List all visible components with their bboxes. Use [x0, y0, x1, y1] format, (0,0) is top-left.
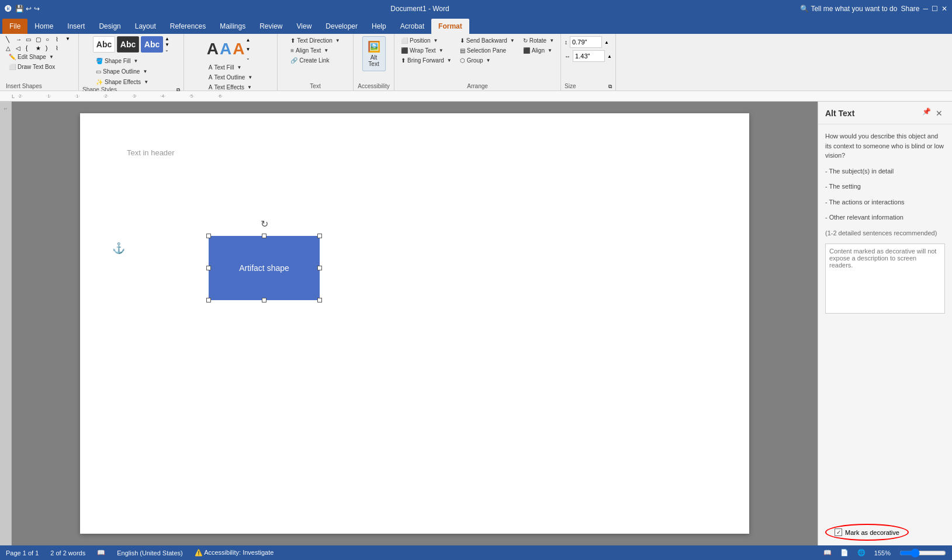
- shape-star-icon[interactable]: ★: [36, 45, 45, 51]
- tab-insert[interactable]: Insert: [60, 19, 92, 34]
- width-spin-up[interactable]: ▲: [607, 54, 612, 59]
- rotate-btn[interactable]: ↻ Rotate ▼: [520, 36, 557, 45]
- shapes-chevron[interactable]: ▼: [65, 36, 75, 43]
- shape-extra-icon[interactable]: ⌇: [56, 45, 65, 51]
- height-spin-up[interactable]: ▲: [604, 40, 609, 45]
- alt-text-bullet-2: - The setting: [825, 182, 945, 192]
- artifact-shape[interactable]: Artifact shape: [209, 236, 320, 300]
- tab-file[interactable]: File: [2, 19, 27, 34]
- height-input[interactable]: [570, 36, 602, 48]
- handle-bot-left[interactable]: [206, 298, 211, 302]
- page-marker: 1: [3, 107, 8, 110]
- accessibility-label: Accessibility: [358, 83, 389, 91]
- view-layout-btn[interactable]: 📄: [840, 549, 849, 556]
- handle-mid-right[interactable]: [317, 266, 322, 270]
- alt-text-body: How would you describe this object and i…: [818, 124, 952, 519]
- zoom-level: 155%: [874, 549, 891, 556]
- handle-mid-left[interactable]: [206, 266, 211, 270]
- handle-top-right[interactable]: [317, 234, 322, 238]
- tab-help[interactable]: Help: [365, 19, 393, 34]
- minimize-btn[interactable]: ─: [923, 5, 928, 13]
- language[interactable]: English (United States): [117, 549, 183, 556]
- accessibility-status[interactable]: ⚠️ Accessibility: Investigate: [195, 549, 274, 556]
- shape-fill-btn[interactable]: 🪣 Shape Fill ▼: [93, 57, 169, 65]
- shape-fill-label: Shape Fill: [105, 58, 130, 64]
- search-bar-title[interactable]: 🔍 Tell me what you want to do: [800, 5, 897, 13]
- align-text-btn[interactable]: ≡ Align Text ▼: [288, 46, 331, 55]
- tab-home[interactable]: Home: [27, 19, 60, 34]
- shape-outline-btn[interactable]: ▭ Shape Outline ▼: [93, 67, 169, 76]
- shape-tri-icon[interactable]: △: [6, 45, 15, 51]
- shape-smile-icon[interactable]: {: [26, 45, 35, 51]
- shape-more-icon[interactable]: ⌇: [56, 36, 65, 43]
- tab-developer[interactable]: Developer: [319, 19, 365, 34]
- size-expand[interactable]: ⧉: [608, 84, 612, 90]
- tab-acrobat[interactable]: Acrobat: [393, 19, 431, 34]
- mark-decorative-label[interactable]: Mark as decorative: [845, 529, 899, 536]
- close-btn[interactable]: ✕: [941, 5, 947, 13]
- shape-curly-icon[interactable]: ): [46, 45, 55, 51]
- handle-top-left[interactable]: [206, 234, 211, 238]
- text-fill-btn[interactable]: A Text Fill ▼: [206, 63, 255, 72]
- shape-arrow-icon[interactable]: →: [16, 36, 25, 43]
- width-icon: ↔: [565, 53, 570, 60]
- send-backward-btn[interactable]: ⬇ Send Backward ▼: [457, 36, 518, 45]
- panel-pin-btn[interactable]: 📌: [922, 107, 931, 119]
- handle-bot-mid[interactable]: [262, 298, 266, 302]
- group-btn[interactable]: ⬡ Group ▼: [457, 56, 518, 65]
- maximize-btn[interactable]: ☐: [932, 5, 938, 13]
- tab-format[interactable]: Format: [431, 19, 469, 34]
- wordart-up[interactable]: ▲: [246, 37, 251, 43]
- panel-close-btn[interactable]: ✕: [933, 107, 945, 119]
- create-link-btn[interactable]: 🔗 Create Link: [288, 56, 332, 65]
- handle-bot-right[interactable]: [317, 298, 322, 302]
- share-button[interactable]: Share: [901, 5, 919, 13]
- wordart-down[interactable]: ▼: [246, 47, 251, 52]
- text-fill-label: Text Fill: [214, 64, 234, 71]
- shape-round-rect-icon[interactable]: ▢: [36, 36, 45, 43]
- tab-view[interactable]: View: [290, 19, 319, 34]
- edit-shape-btn[interactable]: ✏️ Edit Shape ▼: [6, 53, 57, 61]
- draw-text-box-btn[interactable]: ⬜ Draw Text Box: [6, 62, 58, 71]
- shape-rect-icon[interactable]: ▭: [26, 36, 35, 43]
- tab-design[interactable]: Design: [92, 19, 127, 34]
- rotate-handle[interactable]: ↻: [261, 218, 268, 229]
- shape-line-icon[interactable]: ╲: [6, 36, 15, 43]
- shape-styles-more[interactable]: ⌄: [165, 47, 169, 53]
- position-icon: ⬜: [401, 37, 408, 44]
- bring-forward-btn[interactable]: ⬆ Bring Forward ▼: [398, 56, 455, 65]
- shape-styles-up[interactable]: ▲: [165, 36, 169, 41]
- bring-forward-icon: ⬆: [401, 57, 406, 64]
- tab-layout[interactable]: Layout: [128, 19, 163, 34]
- alt-text-bullet-1: - The subject(s) in detail: [825, 166, 945, 176]
- selection-pane-btn[interactable]: ▤ Selection Pane: [457, 46, 518, 55]
- shape-oval-icon[interactable]: ○: [46, 36, 55, 43]
- handle-top-mid[interactable]: [262, 234, 266, 238]
- text-direction-btn[interactable]: ⬆ Text Direction ▼: [288, 36, 343, 45]
- shape-style-2[interactable]: Abc: [117, 36, 139, 53]
- doc-area[interactable]: Text in header ⚓ ↻ Artifac: [12, 102, 818, 545]
- shape-style-3[interactable]: Abc: [141, 36, 163, 53]
- view-read-btn[interactable]: 📖: [823, 549, 832, 556]
- zoom-slider[interactable]: [899, 548, 946, 558]
- alt-text-btn[interactable]: 🖼️ AltText: [362, 36, 386, 71]
- width-input[interactable]: [573, 50, 605, 62]
- text-outline-btn[interactable]: A Text Outline ▼: [206, 73, 255, 82]
- wrap-text-btn[interactable]: ⬛ Wrap Text ▼: [398, 46, 455, 55]
- alt-text-textarea[interactable]: [825, 244, 945, 314]
- text-effects-btn[interactable]: A Text Effects ▼: [206, 83, 255, 92]
- shape-style-1[interactable]: Abc: [93, 36, 115, 53]
- tab-references[interactable]: References: [163, 19, 213, 34]
- shape-container[interactable]: ↻ Artifact shape: [209, 236, 320, 300]
- tab-review[interactable]: Review: [252, 19, 289, 34]
- mark-decorative-checkbox[interactable]: ✓: [835, 528, 842, 536]
- view-web-btn[interactable]: 🌐: [857, 549, 866, 556]
- shape-rtri-icon[interactable]: ◁: [16, 45, 25, 51]
- shape-effects-btn[interactable]: ✨ Shape Effects ▼: [93, 78, 169, 86]
- shape-styles-down[interactable]: ▼: [165, 42, 169, 47]
- wordart-more[interactable]: ⌄: [246, 55, 251, 61]
- align-btn[interactable]: ⬛ Align ▼: [520, 46, 557, 55]
- arrange-label: Arrange: [467, 83, 488, 91]
- position-btn[interactable]: ⬜ Position ▼: [398, 36, 455, 45]
- tab-mailings[interactable]: Mailings: [213, 19, 252, 34]
